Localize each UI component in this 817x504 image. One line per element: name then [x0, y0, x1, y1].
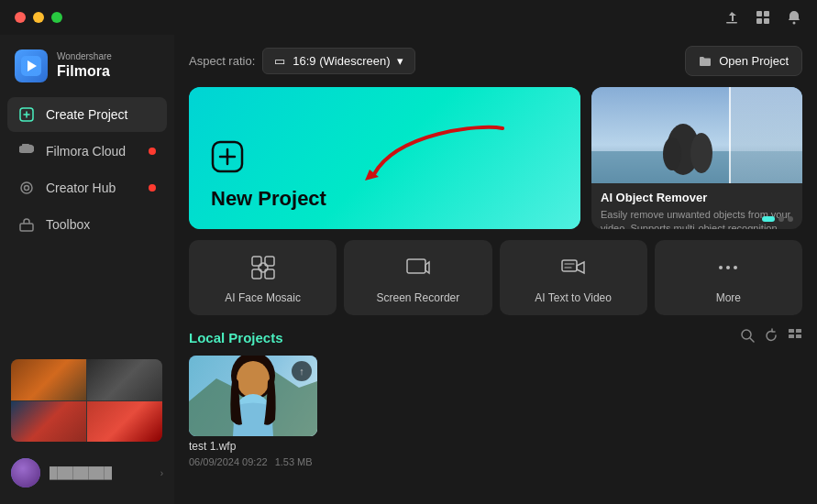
tool-ai-face-mosaic[interactable]: AI Face Mosaic	[189, 240, 337, 315]
filmora-cloud-icon	[18, 143, 35, 159]
sidebar-thumb-1	[11, 359, 162, 442]
svg-point-5	[793, 22, 796, 25]
sidebar-item-toolbox[interactable]: Toolbox	[7, 207, 167, 242]
dot-2	[778, 216, 784, 222]
svg-rect-32	[789, 329, 794, 333]
product-name: Filmora	[57, 62, 112, 80]
svg-rect-25	[407, 259, 425, 273]
sidebar-logo: Wondershare Filmora	[0, 42, 174, 97]
search-icon[interactable]	[740, 328, 755, 346]
tool-screen-recorder[interactable]: Screen Recorder	[344, 240, 491, 315]
svg-rect-33	[789, 334, 794, 338]
svg-rect-26	[562, 260, 577, 271]
project-name: test 1.wfp	[189, 440, 317, 453]
open-project-label: Open Project	[719, 54, 789, 68]
svg-rect-4	[764, 18, 769, 24]
project-date: 06/09/2024 09:22	[189, 456, 268, 467]
ai-promo-image	[591, 87, 802, 183]
content-area: Aspect ratio: ▭ 16:9 (Widescreen) ▾ Open…	[174, 35, 817, 504]
title-bar-icons	[723, 9, 802, 26]
ai-face-mosaic-icon	[247, 251, 280, 284]
svg-rect-34	[796, 329, 801, 333]
brand-name: Wondershare	[57, 51, 112, 62]
svg-rect-2	[764, 11, 769, 16]
svg-point-17	[663, 137, 681, 170]
svg-point-27	[719, 266, 723, 269]
view-toggle-icon[interactable]	[788, 328, 802, 346]
maximize-button[interactable]	[51, 12, 62, 23]
sidebar-item-create-project[interactable]: Create Project	[7, 97, 167, 132]
local-projects-header: Local Projects	[189, 328, 802, 346]
ai-text-to-video-label: AI Text to Video	[535, 291, 612, 304]
svg-point-38	[237, 361, 270, 398]
creator-badge	[149, 184, 156, 192]
dot-3	[788, 216, 793, 222]
svg-point-9	[25, 186, 29, 191]
sidebar-bottom: ████████ ›	[0, 242, 174, 497]
svg-rect-1	[756, 11, 762, 16]
local-projects-title: Local Projects	[189, 330, 283, 345]
svg-point-16	[690, 133, 712, 173]
grid-icon[interactable]	[755, 9, 771, 26]
carousel-dots	[762, 216, 793, 222]
avatar	[11, 458, 40, 488]
open-project-button[interactable]: Open Project	[685, 46, 802, 76]
sidebar-label-cloud: Filmora Cloud	[46, 144, 126, 159]
svg-rect-19	[731, 87, 802, 183]
svg-point-8	[21, 182, 32, 193]
project-size: 1.53 MB	[275, 456, 313, 467]
dot-1	[762, 216, 775, 222]
screen-recorder-label: Screen Recorder	[377, 291, 460, 304]
folder-icon	[699, 55, 712, 68]
new-project-card[interactable]: New Project	[189, 87, 580, 229]
upload-icon[interactable]	[723, 9, 740, 26]
aspect-ratio-control: Aspect ratio: ▭ 16:9 (Widescreen) ▾	[189, 48, 415, 74]
more-icon	[712, 251, 745, 284]
aspect-ratio-select[interactable]: ▭ 16:9 (Widescreen) ▾	[262, 48, 415, 74]
local-projects-section: Local Projects	[189, 328, 802, 467]
sidebar-user[interactable]: ████████ ›	[0, 449, 174, 497]
svg-rect-18	[729, 87, 731, 183]
aspect-ratio-icon: ▭	[274, 54, 285, 68]
sidebar-item-creator-hub[interactable]: Creator Hub	[7, 170, 167, 205]
screen-recorder-icon	[402, 251, 435, 284]
create-project-icon	[18, 106, 35, 123]
tool-more[interactable]: More	[655, 240, 802, 315]
quick-tools: AI Face Mosaic Screen Recorder	[189, 240, 802, 315]
new-project-icon	[211, 140, 558, 180]
tool-ai-text-to-video[interactable]: AI Text to Video	[500, 240, 647, 315]
sidebar-thumbnails	[0, 352, 174, 449]
ai-promo-text: AI Object Remover Easily remove unwanted…	[591, 183, 802, 229]
chevron-down-icon: ▾	[397, 54, 403, 68]
close-button[interactable]	[15, 12, 26, 23]
svg-line-31	[750, 338, 754, 342]
new-project-label: New Project	[211, 187, 558, 211]
chevron-right-icon: ›	[160, 468, 163, 478]
refresh-icon[interactable]	[764, 328, 778, 346]
ai-text-to-video-icon	[557, 251, 590, 284]
project-meta: 06/09/2024 09:22 1.53 MB	[189, 456, 317, 467]
notification-icon[interactable]	[786, 9, 802, 26]
project-grid: ↑ test 1.wfp 06/09/2024 09:22 1.53 MB	[189, 356, 802, 467]
svg-point-28	[726, 266, 730, 269]
svg-point-29	[734, 266, 737, 269]
sidebar-label-create: Create Project	[46, 107, 127, 122]
project-thumbnail: ↑	[189, 356, 317, 436]
sidebar-label-creator: Creator Hub	[46, 181, 116, 195]
ai-face-mosaic-label: AI Face Mosaic	[225, 291, 301, 304]
upload-overlay-icon: ↑	[292, 361, 312, 381]
user-name: ████████	[50, 466, 151, 479]
sidebar: Wondershare Filmora Create Project	[0, 35, 174, 504]
minimize-button[interactable]	[33, 12, 44, 23]
hero-section: New Project	[189, 87, 802, 229]
more-label: More	[716, 291, 741, 304]
local-projects-actions	[740, 328, 802, 346]
sidebar-item-filmora-cloud[interactable]: Filmora Cloud	[7, 134, 167, 169]
cloud-badge	[149, 148, 156, 155]
ai-promo-title: AI Object Remover	[601, 191, 793, 204]
title-bar	[0, 0, 817, 35]
aspect-ratio-label: Aspect ratio:	[189, 54, 255, 68]
project-card[interactable]: ↑ test 1.wfp 06/09/2024 09:22 1.53 MB	[189, 356, 317, 467]
app-logo-icon	[15, 49, 48, 82]
ai-promo-card[interactable]: AI Object Remover Easily remove unwanted…	[591, 87, 802, 229]
